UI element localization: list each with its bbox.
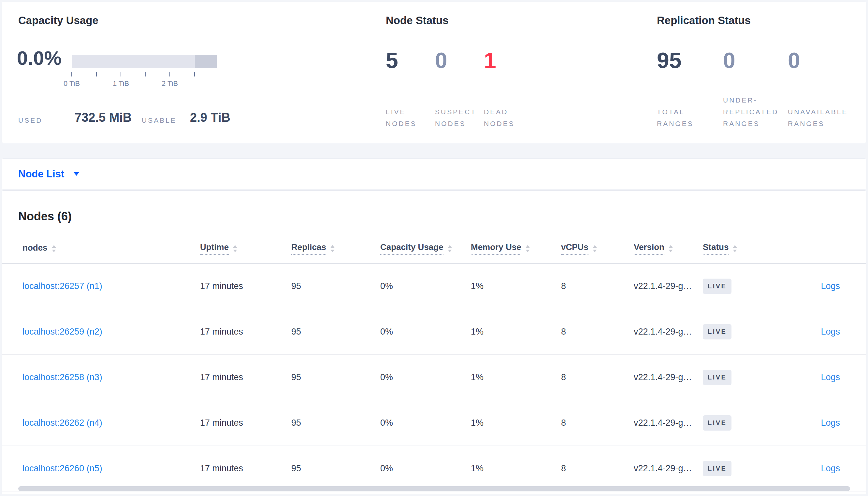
node-address-cell: localhost:26258 (n3)	[23, 372, 200, 383]
column-header-label[interactable]: Uptime	[200, 242, 229, 255]
capacity-bar-reserved-segment	[195, 55, 217, 68]
cluster-summary-card: Capacity Usage 0.0% 0 TiB 1 TiB 2 TiB US…	[2, 2, 866, 143]
stat-label-line: NODES	[435, 118, 476, 129]
capacity-usable-value: 2.9 TiB	[190, 111, 230, 125]
suspect-nodes-count: 0	[435, 47, 447, 73]
column-header-label[interactable]: nodes	[23, 243, 48, 254]
vcpus-cell: 8	[561, 463, 634, 474]
sort-icon[interactable]	[525, 244, 530, 253]
status-cell: LIVE	[703, 415, 769, 431]
replication-status-title: Replication Status	[657, 14, 751, 27]
vcpus-cell: 8	[561, 281, 634, 291]
capacity-cell: 0%	[380, 418, 471, 428]
column-header-nodes[interactable]: nodes	[23, 243, 200, 254]
capacity-tick-label: 0 TiB	[63, 79, 80, 88]
view-selector-label[interactable]: Node List	[18, 168, 64, 180]
column-header-memory-use[interactable]: Memory Use	[471, 242, 561, 255]
status-badge: LIVE	[703, 461, 732, 476]
column-header-label[interactable]: vCPUs	[561, 242, 588, 255]
replicas-cell: 95	[291, 327, 380, 337]
sort-icon[interactable]	[668, 244, 673, 253]
logs-cell: Logs	[769, 281, 866, 291]
sort-icon[interactable]	[51, 244, 56, 253]
table-row: localhost:26262 (n4) 17 minutes 95 0% 1%…	[2, 400, 866, 446]
capacity-axis-tick	[71, 72, 72, 77]
column-header-status[interactable]: Status	[703, 242, 769, 255]
column-header-capacity-usage[interactable]: Capacity Usage	[380, 242, 471, 255]
node-link[interactable]: localhost:26258 (n3)	[23, 372, 102, 382]
nodes-table-header: nodes Uptime Replicas Capacity Usage Mem…	[2, 234, 866, 264]
suspect-nodes-label: SUSPECT NODES	[435, 87, 476, 129]
status-badge: LIVE	[703, 279, 732, 294]
table-row: localhost:26260 (n5) 17 minutes 95 0% 1%…	[2, 446, 866, 492]
vcpus-cell: 8	[561, 372, 634, 383]
sort-icon[interactable]	[592, 244, 597, 253]
capacity-usable-label: USABLE	[142, 117, 177, 124]
capacity-axis-tick	[96, 72, 97, 77]
sort-icon[interactable]	[447, 244, 452, 253]
column-header-replicas[interactable]: Replicas	[291, 242, 380, 255]
node-link[interactable]: localhost:26257 (n1)	[23, 281, 102, 291]
logs-cell: Logs	[769, 327, 866, 337]
stat-label-line: NODES	[484, 118, 515, 129]
column-header-label[interactable]: Capacity Usage	[380, 242, 444, 255]
logs-link[interactable]: Logs	[821, 327, 840, 337]
sort-icon[interactable]	[233, 244, 238, 253]
logs-link[interactable]: Logs	[821, 418, 840, 428]
column-header-label[interactable]: Version	[634, 242, 664, 255]
table-row: localhost:26258 (n3) 17 minutes 95 0% 1%…	[2, 355, 866, 400]
live-nodes-count: 5	[386, 47, 398, 73]
node-link[interactable]: localhost:26262 (n4)	[23, 418, 102, 428]
logs-link[interactable]: Logs	[821, 463, 840, 473]
unavailable-ranges-count: 0	[788, 47, 800, 73]
capacity-cell: 0%	[380, 463, 471, 474]
view-selector-dropdown[interactable]: Node List	[2, 158, 866, 189]
capacity-cell: 0%	[380, 327, 471, 337]
capacity-percent: 0.0%	[17, 47, 62, 69]
column-header-label[interactable]: Status	[703, 242, 729, 255]
version-cell: v22.1.4-29-g…	[634, 327, 703, 337]
unavailable-ranges-label: UNAVAILABLE RANGES	[788, 87, 848, 129]
status-badge: LIVE	[703, 324, 732, 339]
node-link[interactable]: localhost:26260 (n5)	[23, 463, 102, 473]
uptime-cell: 17 minutes	[200, 372, 291, 383]
memory-cell: 1%	[471, 418, 561, 428]
replicas-cell: 95	[291, 418, 380, 428]
column-header-label[interactable]: Memory Use	[471, 242, 521, 255]
version-cell: v22.1.4-29-g…	[634, 418, 703, 428]
column-header-version[interactable]: Version	[634, 242, 703, 255]
status-badge: LIVE	[703, 415, 732, 431]
total-ranges-label: TOTAL RANGES	[657, 87, 694, 129]
replicas-cell: 95	[291, 463, 380, 474]
horizontal-scrollbar[interactable]	[18, 486, 850, 491]
table-row: localhost:26257 (n1) 17 minutes 95 0% 1%…	[2, 264, 866, 309]
column-header-uptime[interactable]: Uptime	[200, 242, 291, 255]
memory-cell: 1%	[471, 372, 561, 383]
live-nodes-label: LIVE NODES	[386, 87, 417, 129]
replicas-cell: 95	[291, 372, 380, 383]
under-replicated-ranges-count: 0	[723, 47, 735, 73]
memory-cell: 1%	[471, 327, 561, 337]
version-cell: v22.1.4-29-g…	[634, 463, 703, 474]
status-cell: LIVE	[703, 370, 769, 385]
stat-label-line: RANGES	[788, 118, 848, 129]
sort-icon[interactable]	[732, 244, 737, 253]
column-header-vcpus[interactable]: vCPUs	[561, 242, 634, 255]
capacity-tick-label: 2 TiB	[162, 79, 178, 88]
capacity-axis-tick	[194, 72, 195, 77]
logs-link[interactable]: Logs	[821, 281, 840, 291]
capacity-used-label: USED	[18, 117, 42, 124]
cluster-overview-page: Capacity Usage 0.0% 0 TiB 1 TiB 2 TiB US…	[0, 0, 868, 496]
column-header-label[interactable]: Replicas	[291, 242, 326, 255]
capacity-usage-title: Capacity Usage	[18, 14, 99, 27]
sort-icon[interactable]	[330, 244, 335, 253]
status-cell: LIVE	[703, 324, 769, 339]
stat-label-line: DEAD	[484, 106, 515, 118]
version-cell: v22.1.4-29-g…	[634, 281, 703, 291]
chevron-down-icon	[73, 172, 79, 176]
node-address-cell: localhost:26262 (n4)	[23, 418, 200, 428]
logs-link[interactable]: Logs	[821, 372, 840, 382]
node-link[interactable]: localhost:26259 (n2)	[23, 327, 102, 337]
capacity-tick-label: 1 TiB	[113, 79, 129, 88]
replicas-cell: 95	[291, 281, 380, 291]
